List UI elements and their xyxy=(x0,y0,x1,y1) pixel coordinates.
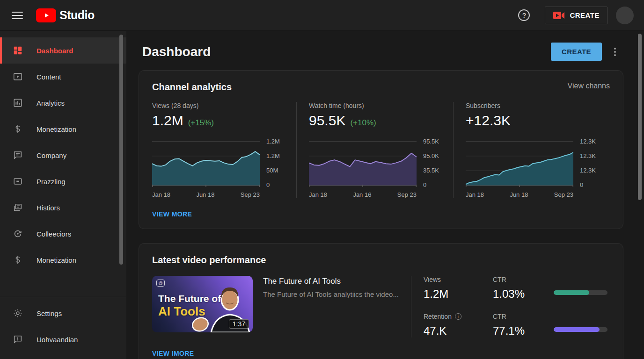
stat-label: Views (28 days) xyxy=(152,102,284,109)
analytics-card-title: Channel analytics xyxy=(152,82,232,93)
subscribers-stat-column: Subscribers +12.3K 12.3K12.3K12.3K0 Jan … xyxy=(454,102,610,198)
create-label: CREATE xyxy=(570,11,600,19)
sync-circle-icon xyxy=(12,228,23,239)
youtube-play-icon xyxy=(36,8,56,22)
stat-label: Subscribers xyxy=(466,102,598,109)
video-title[interactable]: The Future of AI Tools xyxy=(263,277,407,286)
dollar-icon xyxy=(12,123,23,135)
view-more-link-video[interactable]: VIEW IMORE xyxy=(152,350,194,357)
ctr-progress-bar xyxy=(554,276,610,301)
create-button-main[interactable]: CREATE xyxy=(551,43,602,61)
thumbnail-text: The Future of AI Tools xyxy=(158,293,221,319)
watch-time-chart xyxy=(309,141,417,187)
views-chart xyxy=(152,141,260,187)
metric-ctr-1: CTR 1.03% xyxy=(493,276,554,301)
dollar-icon xyxy=(12,254,23,266)
dashboard-icon xyxy=(12,45,23,56)
video-card-title: Latest video performance xyxy=(152,255,610,266)
latest-video-card: Latest video performance @ The Future of… xyxy=(139,243,623,359)
sidebar-item-content[interactable]: Content xyxy=(0,64,126,90)
content-icon xyxy=(12,71,23,82)
help-icon[interactable]: ? xyxy=(518,9,530,21)
comment-icon xyxy=(12,150,23,161)
subscribers-chart-xticks: Jan 18Jun 18Sep 23 xyxy=(466,191,598,198)
page-scrollbar[interactable] xyxy=(638,34,642,200)
create-button-topbar[interactable]: CREATE xyxy=(545,7,607,24)
card-icon xyxy=(12,176,23,187)
metric-views: Views 1.2M xyxy=(424,276,493,301)
sidebar-item-dashboard[interactable]: Dashboard xyxy=(0,37,126,64)
avatar[interactable] xyxy=(616,7,634,24)
sidebar: Dashboard Content Analytics Monetization… xyxy=(0,31,126,359)
sidebar-item-settings[interactable]: Settings xyxy=(0,300,126,326)
video-info: The Future of AI Tools The Future of AI … xyxy=(253,276,407,337)
video-description: The Future of AI Tools analytiics the vi… xyxy=(263,290,407,298)
sidebar-item-feedback[interactable]: Uohvaandian xyxy=(0,326,126,352)
metric-retention: Retentioni 47.K xyxy=(424,313,493,337)
more-options-icon[interactable] xyxy=(612,46,618,58)
video-thumbnail[interactable]: @ The Future of AI Tools 1:37 xyxy=(152,276,253,332)
subscribers-chart xyxy=(466,141,573,187)
video-stats: Views 1.2M CTR 1.03% Retentioni 47.K CTR… xyxy=(411,276,610,337)
youtube-studio-logo[interactable]: Studio xyxy=(36,8,95,22)
subscribers-chart-yticks: 12.3K12.3K12.3K0 xyxy=(573,141,598,187)
video-duration-badge: 1:37 xyxy=(229,319,249,329)
topbar: Studio ? CREATE xyxy=(0,0,644,31)
views-chart-xticks: Jan 18Jun 18Sep 23 xyxy=(152,191,284,198)
view-more-link-analytics[interactable]: VIEW MORE xyxy=(152,210,192,218)
feedback-bubble-icon xyxy=(12,334,23,345)
views-chart-yticks: 1.2M1.2M50M0 xyxy=(260,141,284,187)
sidebar-item-monetization[interactable]: Monetization xyxy=(0,116,126,142)
watch-time-chart-yticks: 95.5K95.0K35.5K0 xyxy=(417,141,441,187)
sidebar-item-prazzling[interactable]: Prazzling xyxy=(0,168,126,194)
sidebar-item-analytics[interactable]: Analytics xyxy=(0,90,126,116)
watch-time-chart-xticks: Jan 18Jan 16Sep 23 xyxy=(309,191,441,198)
menu-icon[interactable] xyxy=(12,12,23,19)
brand-text: Studio xyxy=(59,8,95,22)
sidebar-item-company[interactable]: Company xyxy=(0,142,126,168)
stat-value: 1.2M xyxy=(152,113,183,129)
views-stat-column: Views (28 days) 1.2M (+15%) 1.2M1.2M50M0… xyxy=(152,102,297,198)
gear-icon xyxy=(12,308,23,319)
thumbnail-logo-icon: @ xyxy=(156,280,165,287)
history-stack-icon xyxy=(12,202,23,213)
view-channel-analytics-link[interactable]: View channs xyxy=(568,82,610,90)
video-camera-icon xyxy=(553,11,565,20)
info-icon[interactable]: i xyxy=(455,313,461,320)
sidebar-item-histiors[interactable]: Histiors xyxy=(0,194,126,221)
sidebar-item-monetization-2[interactable]: Monetization xyxy=(0,247,126,273)
analytics-icon xyxy=(12,97,23,108)
retention-progress-bar xyxy=(554,313,610,337)
metric-ctr-2: CTR 77.1% xyxy=(493,313,554,337)
sidebar-divider xyxy=(0,297,126,297)
channel-analytics-card: Channel analytics View channs Views (28 … xyxy=(139,70,623,229)
stat-value: 95.5K xyxy=(309,113,345,129)
watch-time-stat-column: Watch time (hours) 95.5K (+10%) 95.5K95.… xyxy=(297,102,454,198)
stat-value: +12.3K xyxy=(466,113,511,129)
sidebar-item-colleeciors[interactable]: Colleeciors xyxy=(0,221,126,247)
stat-delta: (+10%) xyxy=(350,118,376,128)
stat-delta: (+15%) xyxy=(188,118,214,128)
stat-label: Watch time (hours) xyxy=(309,102,441,109)
page-title: Dashboard xyxy=(142,44,211,59)
sidebar-scrollbar[interactable] xyxy=(119,35,123,265)
